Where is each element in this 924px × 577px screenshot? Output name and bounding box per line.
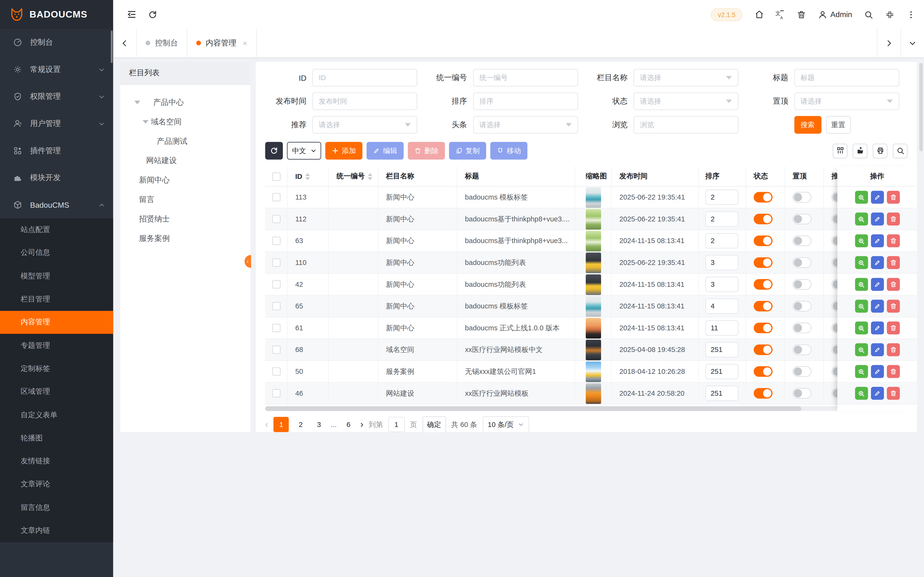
- submenu-custom-forms[interactable]: 自定义表单: [0, 403, 113, 427]
- top-toggle[interactable]: [793, 192, 811, 202]
- status-toggle[interactable]: [754, 388, 772, 399]
- sort-input[interactable]: [705, 386, 738, 401]
- status-toggle[interactable]: [754, 192, 772, 202]
- sort-input[interactable]: [705, 211, 738, 227]
- top-toggle[interactable]: [793, 388, 811, 399]
- view-button[interactable]: [855, 213, 868, 226]
- sort-input[interactable]: [705, 255, 738, 270]
- top-toggle[interactable]: [793, 214, 811, 224]
- submenu-region-mgmt[interactable]: 区域管理: [0, 380, 113, 403]
- sort-input[interactable]: [705, 364, 738, 379]
- table-row[interactable]: 65 新闻中心 badoucms 模板标签 2024-11-15 08:13:4…: [265, 295, 842, 318]
- filter-sort-input[interactable]: [473, 92, 578, 110]
- page-next-icon[interactable]: ›: [360, 419, 363, 430]
- sort-input[interactable]: [705, 342, 738, 358]
- row-checkbox[interactable]: [272, 193, 280, 201]
- delete-row-button[interactable]: [887, 278, 900, 291]
- table-row[interactable]: 112 新闻中心 badoucms基于thinkphp8+vue3.... 20…: [265, 208, 842, 230]
- row-checkbox[interactable]: [272, 237, 280, 245]
- view-button[interactable]: [855, 278, 868, 291]
- tabs-scroll-right-icon[interactable]: [877, 29, 900, 57]
- filter-publish-time-input[interactable]: [312, 92, 417, 110]
- submenu-article-comments[interactable]: 文章评论: [0, 473, 113, 496]
- tree-node-domain-space[interactable]: 域名空间: [120, 112, 250, 131]
- move-button[interactable]: 移动: [490, 142, 527, 160]
- view-button[interactable]: [855, 256, 868, 269]
- goto-page-input[interactable]: [388, 417, 405, 432]
- edit-row-button[interactable]: [871, 365, 884, 378]
- caret-down-icon[interactable]: [143, 120, 149, 123]
- submenu-content-mgmt[interactable]: 内容管理: [0, 311, 113, 334]
- fullscreen-icon[interactable]: [879, 0, 900, 29]
- row-checkbox[interactable]: [272, 389, 280, 397]
- table-row[interactable]: 68 域名空间 xx医疗行业网站模板中文 2025-04-08 19:45:28: [265, 339, 842, 361]
- translate-icon[interactable]: 文A: [770, 0, 791, 29]
- horizontal-scrollbar[interactable]: [265, 406, 842, 411]
- view-button[interactable]: [855, 191, 868, 204]
- table-row[interactable]: 63 新闻中心 badoucms基于thinkphp8+vue3... 2024…: [265, 230, 842, 252]
- delete-row-button[interactable]: [887, 365, 900, 378]
- tabs-scroll-left-icon[interactable]: [113, 29, 137, 57]
- print-icon[interactable]: [873, 143, 887, 158]
- sidebar-item-badoucms[interactable]: BadouCMS: [0, 191, 113, 219]
- row-checkbox[interactable]: [272, 367, 280, 376]
- edit-row-button[interactable]: [871, 191, 884, 204]
- submenu-custom-tags[interactable]: 定制标签: [0, 357, 113, 380]
- search-button[interactable]: 搜索: [794, 116, 821, 134]
- filter-recommend-select[interactable]: 请选择: [312, 116, 417, 134]
- collapse-sidebar-icon[interactable]: [121, 0, 142, 29]
- table-row[interactable]: 42 新闻中心 badoucms功能列表 2024-11-15 08:13:41: [265, 274, 842, 296]
- tab-content-mgmt[interactable]: 内容管理 ×: [187, 29, 257, 57]
- submenu-article-links[interactable]: 文章内链: [0, 519, 113, 542]
- sort-input[interactable]: [705, 277, 738, 292]
- page-2[interactable]: 2: [294, 417, 307, 432]
- view-button[interactable]: [855, 365, 868, 378]
- top-toggle[interactable]: [793, 279, 811, 290]
- edit-row-button[interactable]: [871, 387, 884, 400]
- status-toggle[interactable]: [754, 235, 772, 246]
- tree-collapse-handle[interactable]: ‹: [244, 255, 251, 268]
- sidebar-item-modules[interactable]: 模块开发: [0, 164, 113, 191]
- filter-title-input[interactable]: [794, 69, 899, 87]
- tree-node-website-build[interactable]: 网站建设: [120, 151, 250, 170]
- filter-views-input[interactable]: [633, 116, 738, 134]
- row-checkbox[interactable]: [272, 346, 280, 354]
- status-toggle[interactable]: [754, 214, 772, 224]
- edit-row-button[interactable]: [871, 234, 884, 247]
- tree-node-recruitment[interactable]: 招贤纳士: [120, 209, 250, 228]
- sort-toggle[interactable]: [305, 173, 310, 180]
- delete-row-button[interactable]: [887, 256, 900, 269]
- reset-button[interactable]: 重置: [826, 116, 851, 134]
- top-toggle[interactable]: [793, 235, 811, 246]
- sort-toggle[interactable]: [368, 173, 373, 180]
- delete-row-button[interactable]: [887, 213, 900, 226]
- filter-headline-select[interactable]: 请选择: [473, 116, 578, 134]
- view-button[interactable]: [855, 300, 868, 313]
- refresh-table-button[interactable]: [265, 142, 283, 160]
- status-toggle[interactable]: [754, 279, 772, 290]
- refresh-icon[interactable]: [142, 0, 163, 29]
- search-zoom-icon[interactable]: [893, 143, 908, 158]
- edit-row-button[interactable]: [871, 278, 884, 291]
- submenu-company-info[interactable]: 公司信息: [0, 242, 113, 265]
- submenu-friend-links[interactable]: 友情链接: [0, 450, 113, 473]
- status-toggle[interactable]: [754, 322, 772, 333]
- filter-status-select[interactable]: 请选择: [633, 92, 738, 110]
- filter-column-select[interactable]: 请选择: [633, 69, 738, 87]
- submenu-model-mgmt[interactable]: 模型管理: [0, 265, 113, 288]
- filter-id-input[interactable]: [312, 69, 417, 87]
- status-toggle[interactable]: [754, 257, 772, 268]
- delete-button[interactable]: 删除: [408, 142, 445, 160]
- home-icon[interactable]: [749, 0, 770, 29]
- tab-dashboard[interactable]: 控制台: [137, 29, 187, 57]
- top-toggle[interactable]: [793, 322, 811, 333]
- sort-input[interactable]: [705, 190, 738, 205]
- more-icon[interactable]: [900, 0, 922, 29]
- view-button[interactable]: [855, 321, 868, 334]
- caret-down-icon[interactable]: [134, 100, 140, 104]
- edit-button[interactable]: 编辑: [367, 142, 404, 160]
- window-scrollbar[interactable]: [919, 63, 923, 151]
- page-3[interactable]: 3: [313, 417, 326, 432]
- filter-top-select[interactable]: 请选择: [794, 92, 899, 110]
- status-toggle[interactable]: [754, 366, 772, 377]
